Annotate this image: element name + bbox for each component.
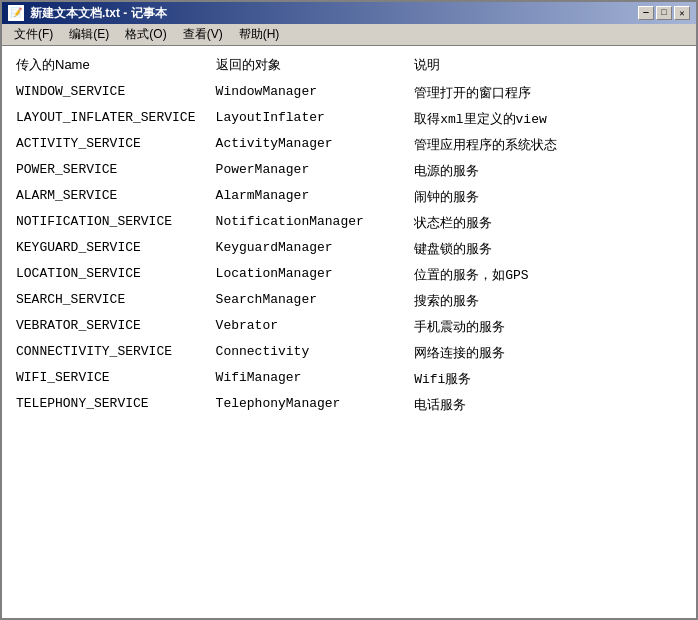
service-name-cell: NOTIFICATION_SERVICE	[12, 210, 212, 236]
description-cell: 搜索的服务	[410, 288, 686, 314]
title-bar: 📝 新建文本文档.txt - 记事本 — □ ✕	[2, 2, 696, 24]
service-name-cell: VEBRATOR_SERVICE	[12, 314, 212, 340]
description-cell: 状态栏的服务	[410, 210, 686, 236]
col1-header: 传入的Name	[12, 54, 212, 80]
service-name-cell: SEARCH_SERVICE	[12, 288, 212, 314]
description-cell: 电源的服务	[410, 158, 686, 184]
return-object-cell: LocationManager	[212, 262, 411, 288]
service-name-cell: TELEPHONY_SERVICE	[12, 392, 212, 418]
table-row: CONNECTIVITY_SERVICEConnectivity网络连接的服务	[12, 340, 686, 366]
return-object-cell: TelephonyManager	[212, 392, 411, 418]
table-row: POWER_SERVICEPowerManager电源的服务	[12, 158, 686, 184]
return-object-cell: WindowManager	[212, 80, 411, 106]
service-name-cell: WINDOW_SERVICE	[12, 80, 212, 106]
return-object-cell: Connectivity	[212, 340, 411, 366]
title-bar-left: 📝 新建文本文档.txt - 记事本	[8, 5, 167, 22]
table-row: VEBRATOR_SERVICEVebrator手机震动的服务	[12, 314, 686, 340]
menu-edit[interactable]: 编辑(E)	[61, 24, 117, 45]
table-row: LOCATION_SERVICELocationManager位置的服务，如GP…	[12, 262, 686, 288]
service-name-cell: LOCATION_SERVICE	[12, 262, 212, 288]
service-name-cell: ACTIVITY_SERVICE	[12, 132, 212, 158]
return-object-cell: ActivityManager	[212, 132, 411, 158]
table-row: TELEPHONY_SERVICETelephonyManager电话服务	[12, 392, 686, 418]
table-row: LAYOUT_INFLATER_SERVICELayoutInflater取得x…	[12, 106, 686, 132]
table-row: WIFI_SERVICEWifiManagerWifi服务	[12, 366, 686, 392]
description-cell: 取得xml里定义的view	[410, 106, 686, 132]
text-content[interactable]: 传入的Name 返回的对象 说明 WINDOW_SERVICEWindowMan…	[2, 46, 696, 618]
menu-view[interactable]: 查看(V)	[175, 24, 231, 45]
title-buttons: — □ ✕	[638, 6, 690, 20]
close-button[interactable]: ✕	[674, 6, 690, 20]
table-row: ALARM_SERVICEAlarmManager闹钟的服务	[12, 184, 686, 210]
menu-file[interactable]: 文件(F)	[6, 24, 61, 45]
window-title: 新建文本文档.txt - 记事本	[30, 5, 167, 22]
return-object-cell: KeyguardManager	[212, 236, 411, 262]
table-row: WINDOW_SERVICEWindowManager管理打开的窗口程序	[12, 80, 686, 106]
return-object-cell: PowerManager	[212, 158, 411, 184]
maximize-button[interactable]: □	[656, 6, 672, 20]
service-name-cell: KEYGUARD_SERVICE	[12, 236, 212, 262]
service-name-cell: WIFI_SERVICE	[12, 366, 212, 392]
table-row: KEYGUARD_SERVICEKeyguardManager键盘锁的服务	[12, 236, 686, 262]
notepad-window: 📝 新建文本文档.txt - 记事本 — □ ✕ 文件(F) 编辑(E) 格式(…	[0, 0, 698, 620]
service-table: 传入的Name 返回的对象 说明 WINDOW_SERVICEWindowMan…	[12, 54, 686, 418]
app-icon: 📝	[8, 5, 24, 21]
menu-bar: 文件(F) 编辑(E) 格式(O) 查看(V) 帮助(H)	[2, 24, 696, 46]
description-cell: 键盘锁的服务	[410, 236, 686, 262]
col3-header: 说明	[410, 54, 686, 80]
table-row: NOTIFICATION_SERVICENotificationManager状…	[12, 210, 686, 236]
table-row: SEARCH_SERVICESearchManager搜索的服务	[12, 288, 686, 314]
service-name-cell: LAYOUT_INFLATER_SERVICE	[12, 106, 212, 132]
description-cell: Wifi服务	[410, 366, 686, 392]
description-cell: 位置的服务，如GPS	[410, 262, 686, 288]
return-object-cell: NotificationManager	[212, 210, 411, 236]
table-row: ACTIVITY_SERVICEActivityManager管理应用程序的系统…	[12, 132, 686, 158]
return-object-cell: AlarmManager	[212, 184, 411, 210]
service-name-cell: ALARM_SERVICE	[12, 184, 212, 210]
description-cell: 电话服务	[410, 392, 686, 418]
return-object-cell: LayoutInflater	[212, 106, 411, 132]
service-name-cell: POWER_SERVICE	[12, 158, 212, 184]
return-object-cell: SearchManager	[212, 288, 411, 314]
description-cell: 网络连接的服务	[410, 340, 686, 366]
description-cell: 管理打开的窗口程序	[410, 80, 686, 106]
service-name-cell: CONNECTIVITY_SERVICE	[12, 340, 212, 366]
menu-format[interactable]: 格式(O)	[117, 24, 174, 45]
col2-header: 返回的对象	[212, 54, 411, 80]
minimize-button[interactable]: —	[638, 6, 654, 20]
description-cell: 手机震动的服务	[410, 314, 686, 340]
menu-help[interactable]: 帮助(H)	[231, 24, 288, 45]
return-object-cell: WifiManager	[212, 366, 411, 392]
description-cell: 闹钟的服务	[410, 184, 686, 210]
table-header-row: 传入的Name 返回的对象 说明	[12, 54, 686, 80]
return-object-cell: Vebrator	[212, 314, 411, 340]
description-cell: 管理应用程序的系统状态	[410, 132, 686, 158]
